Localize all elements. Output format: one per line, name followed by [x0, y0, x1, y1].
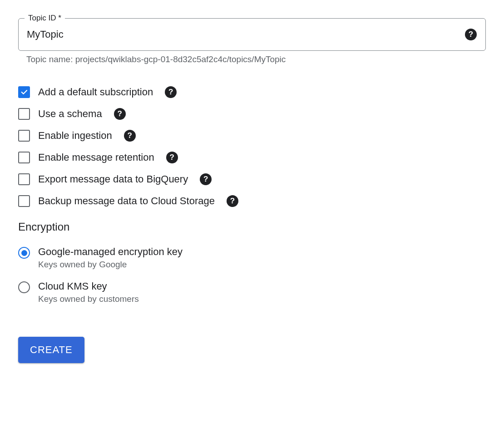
schema-checkbox[interactable]	[18, 108, 30, 120]
default-subscription-help-icon[interactable]: ?	[165, 86, 177, 98]
ingestion-row: Enable ingestion ?	[18, 130, 486, 142]
retention-label: Enable message retention	[38, 152, 154, 163]
default-subscription-label: Add a default subscription	[38, 86, 153, 98]
help-icon: ?	[465, 29, 477, 40]
cloud-storage-label: Backup message data to Cloud Storage	[38, 195, 215, 207]
retention-help-icon[interactable]: ?	[166, 152, 178, 163]
topic-id-help-icon[interactable]: ?	[461, 29, 477, 40]
schema-help-icon[interactable]: ?	[114, 108, 126, 120]
schema-label: Use a schema	[38, 108, 102, 120]
retention-row: Enable message retention ?	[18, 152, 486, 163]
default-subscription-row: Add a default subscription ?	[18, 86, 486, 98]
cloud-storage-checkbox[interactable]	[18, 195, 30, 207]
encryption-heading: Encryption	[18, 221, 486, 233]
bigquery-label: Export message data to BigQuery	[38, 173, 188, 185]
schema-row: Use a schema ?	[18, 108, 486, 120]
ingestion-help-icon[interactable]: ?	[124, 130, 136, 142]
google-managed-label: Google-managed encryption key	[38, 246, 183, 258]
create-button[interactable]: CREATE	[18, 337, 84, 363]
cloud-kms-radio-row: Cloud KMS key Keys owned by customers	[18, 280, 486, 304]
cloud-storage-help-icon[interactable]: ?	[227, 195, 238, 207]
google-managed-radio-row: Google-managed encryption key Keys owned…	[18, 246, 486, 270]
topic-id-input[interactable]	[18, 18, 486, 51]
topic-id-input-group: Topic ID * ?	[18, 18, 486, 51]
bigquery-row: Export message data to BigQuery ?	[18, 173, 486, 185]
cloud-kms-description: Keys owned by customers	[38, 294, 139, 304]
bigquery-checkbox[interactable]	[18, 173, 30, 185]
cloud-storage-row: Backup message data to Cloud Storage ?	[18, 195, 486, 207]
topic-id-label: Topic ID *	[25, 14, 65, 23]
default-subscription-checkbox[interactable]	[18, 86, 30, 98]
ingestion-label: Enable ingestion	[38, 130, 112, 142]
retention-checkbox[interactable]	[18, 152, 30, 163]
google-managed-radio[interactable]	[18, 247, 30, 259]
google-managed-description: Keys owned by Google	[38, 260, 183, 270]
cloud-kms-label: Cloud KMS key	[38, 280, 139, 292]
topic-name-help-text: Topic name: projects/qwiklabs-gcp-01-8d3…	[26, 54, 486, 64]
cloud-kms-radio[interactable]	[18, 281, 30, 293]
bigquery-help-icon[interactable]: ?	[200, 173, 212, 185]
ingestion-checkbox[interactable]	[18, 130, 30, 142]
